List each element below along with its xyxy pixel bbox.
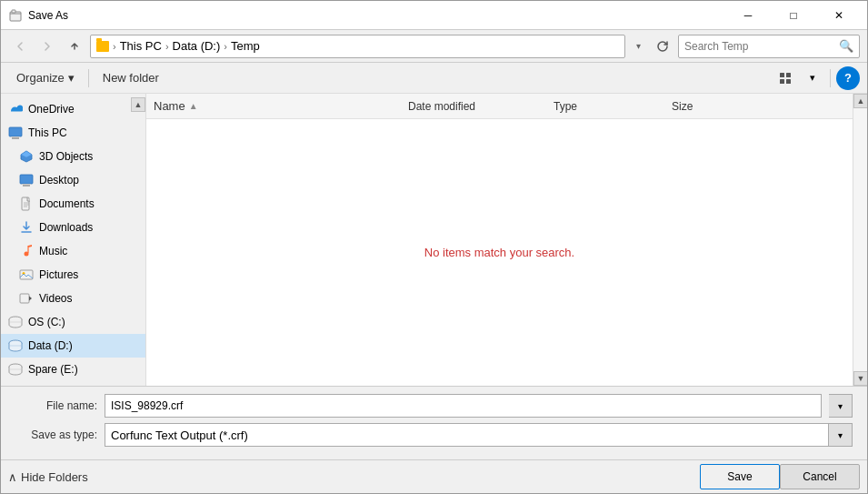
up-button[interactable] xyxy=(63,35,86,58)
svg-rect-13 xyxy=(22,184,31,185)
footer-bar: ∧ Hide Folders Save Cancel xyxy=(1,459,867,493)
sidebar-item-label-3d-objects: 3D Objects xyxy=(39,150,93,163)
folder-icon xyxy=(96,41,109,52)
toolbar: Organize ▾ New folder ▾ ? xyxy=(1,63,867,94)
sidebar-item-documents[interactable]: Documents xyxy=(1,192,145,216)
column-type[interactable]: Type xyxy=(554,100,672,113)
savetype-display[interactable]: Corfunc Text Output (*.crf) xyxy=(105,423,829,447)
sidebar-item-label-spare-e: Spare (E:) xyxy=(28,363,78,376)
refresh-button[interactable] xyxy=(651,35,674,58)
sidebar-item-label-desktop: Desktop xyxy=(39,174,79,187)
breadcrumb-this-pc: This PC xyxy=(120,39,162,53)
dialog-title: Save As xyxy=(28,9,727,22)
svg-rect-11 xyxy=(20,175,33,184)
maximize-button[interactable]: □ xyxy=(773,1,814,30)
no-items-message: No items match your search. xyxy=(424,246,574,259)
view-button[interactable] xyxy=(773,66,797,90)
svg-rect-4 xyxy=(780,79,784,84)
window-controls: ─ □ ✕ xyxy=(727,1,860,30)
scroll-up-arrow[interactable]: ▲ xyxy=(853,94,867,108)
close-button[interactable]: ✕ xyxy=(818,1,860,30)
data-d-icon xyxy=(8,338,23,353)
pictures-icon xyxy=(19,267,34,282)
view-dropdown-button[interactable]: ▾ xyxy=(801,66,824,90)
svg-rect-6 xyxy=(9,127,22,136)
new-folder-button[interactable]: New folder xyxy=(95,66,167,90)
sidebar-item-label-onedrive: OneDrive xyxy=(28,103,75,116)
toolbar-separator-2 xyxy=(830,69,831,87)
minimize-button[interactable]: ─ xyxy=(727,1,769,30)
scroll-track[interactable] xyxy=(853,108,867,371)
filename-dropdown-button[interactable]: ▾ xyxy=(829,394,853,418)
sidebar-item-music[interactable]: Music xyxy=(1,239,145,263)
filename-input[interactable] xyxy=(105,394,822,418)
filename-row: File name: ▾ xyxy=(15,394,853,418)
svg-point-19 xyxy=(25,252,29,257)
desktop-icon xyxy=(19,173,34,187)
svg-rect-12 xyxy=(23,185,30,187)
hide-folders-button[interactable]: ∧ Hide Folders xyxy=(8,470,88,484)
help-button[interactable]: ? xyxy=(836,66,860,90)
this-pc-icon xyxy=(8,126,23,140)
file-list-header: Name ▲ Date modified Type Size xyxy=(146,94,853,119)
search-box[interactable]: 🔍 xyxy=(678,35,860,58)
scroll-up-button[interactable]: ▲ xyxy=(131,97,145,112)
sidebar-item-downloads[interactable]: Downloads xyxy=(1,216,145,239)
sidebar-item-desktop[interactable]: Desktop xyxy=(1,168,145,192)
documents-icon xyxy=(19,197,34,211)
sidebar-item-onedrive[interactable]: OneDrive xyxy=(1,97,145,121)
vertical-scrollbar[interactable]: ▲ ▼ xyxy=(853,94,867,386)
back-button[interactable] xyxy=(8,35,32,58)
main-area: ▲ OneDrive This PC xyxy=(1,94,867,386)
sidebar-item-os-c[interactable]: OS (C:) xyxy=(1,310,145,334)
forward-button[interactable] xyxy=(35,35,59,58)
svg-rect-22 xyxy=(20,294,29,303)
column-date-modified[interactable]: Date modified xyxy=(408,100,554,113)
music-icon xyxy=(19,244,34,258)
hide-folders-label: Hide Folders xyxy=(21,470,88,484)
onedrive-icon xyxy=(8,102,23,116)
sidebar-item-label-documents: Documents xyxy=(39,197,95,210)
savetype-row: Save as type: Corfunc Text Output (*.crf… xyxy=(15,423,853,447)
savetype-dropdown-button[interactable]: ▾ xyxy=(829,423,853,447)
column-name[interactable]: Name ▲ xyxy=(154,99,408,113)
sidebar-item-3d-objects[interactable]: 3D Objects xyxy=(1,145,145,168)
savetype-label: Save as type: xyxy=(15,428,97,441)
save-as-dialog: Save As ─ □ ✕ › This PC › Data (D:) › Te… xyxy=(0,0,868,494)
sidebar-item-label-data-d: Data (D:) xyxy=(28,339,73,352)
breadcrumb[interactable]: › This PC › Data (D:) › Temp xyxy=(90,35,625,58)
breadcrumb-dropdown-button[interactable]: ▾ xyxy=(629,35,647,58)
svg-rect-5 xyxy=(786,79,791,84)
videos-icon xyxy=(19,291,34,306)
sidebar-item-label-os-c: OS (C:) xyxy=(28,316,65,328)
sidebar-item-label-videos: Videos xyxy=(39,292,72,305)
scroll-down-arrow[interactable]: ▼ xyxy=(853,371,867,386)
sort-arrow-icon: ▲ xyxy=(189,101,198,111)
savetype-container: Corfunc Text Output (*.crf) ▾ xyxy=(105,423,853,447)
svg-marker-23 xyxy=(29,297,32,301)
hide-folders-arrow-icon: ∧ xyxy=(8,470,17,484)
file-area: Name ▲ Date modified Type Size No items … xyxy=(146,94,853,386)
cancel-button[interactable]: Cancel xyxy=(780,464,860,489)
sidebar-item-data-d[interactable]: Data (D:) xyxy=(1,334,145,358)
svg-rect-3 xyxy=(786,73,791,77)
svg-rect-7 xyxy=(12,137,19,139)
3d-objects-icon xyxy=(19,149,34,164)
dialog-icon xyxy=(8,8,23,23)
search-input[interactable] xyxy=(684,40,835,53)
sidebar-item-pictures[interactable]: Pictures xyxy=(1,263,145,287)
save-button[interactable]: Save xyxy=(700,464,780,489)
organize-button[interactable]: Organize ▾ xyxy=(8,66,83,90)
svg-rect-20 xyxy=(20,270,33,279)
search-icon: 🔍 xyxy=(839,39,853,53)
breadcrumb-data-d: Data (D:) xyxy=(173,39,221,53)
breadcrumb-temp: Temp xyxy=(231,39,260,53)
column-size[interactable]: Size xyxy=(672,100,744,113)
spare-e-icon xyxy=(8,362,23,377)
sidebar-item-this-pc[interactable]: This PC xyxy=(1,121,145,145)
os-c-icon xyxy=(8,315,23,329)
sidebar-item-videos[interactable]: Videos xyxy=(1,287,145,310)
file-content-area: No items match your search. xyxy=(146,119,853,386)
sidebar-item-label-this-pc: This PC xyxy=(28,126,67,139)
sidebar-item-spare-e[interactable]: Spare (E:) xyxy=(1,358,145,381)
